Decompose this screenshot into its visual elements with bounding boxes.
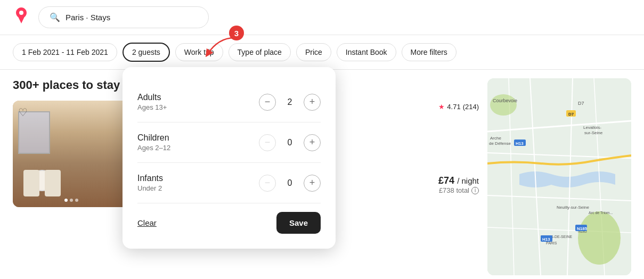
svg-text:Courbevoie: Courbevoie	[493, 98, 517, 103]
guests-filter[interactable]: 2 guests	[123, 43, 170, 62]
infants-age: Under 2	[137, 184, 163, 192]
search-bar[interactable]: 🔍	[38, 6, 209, 28]
rating-value: 4.71	[447, 103, 460, 111]
price-unit: / night	[457, 176, 479, 185]
adults-count: 2	[284, 97, 295, 107]
svg-text:H13: H13	[542, 237, 550, 242]
dot-2	[70, 199, 73, 202]
infants-label: Infants	[137, 174, 163, 183]
image-dots	[64, 199, 78, 202]
svg-text:Neuilly-sur-Seine: Neuilly-sur-Seine	[557, 205, 589, 210]
children-label: Children	[137, 133, 170, 143]
price-main: £74 / night	[438, 175, 479, 186]
more-filters-filter[interactable]: More filters	[402, 43, 456, 61]
work-trip-filter[interactable]: Work trip	[175, 43, 223, 61]
adults-increment-button[interactable]: +	[304, 94, 321, 111]
map-panel[interactable]: Courbevoie D7 Levallois- sur-Seine Arche…	[487, 78, 631, 275]
adults-decrement-button[interactable]: −	[259, 94, 276, 111]
infants-increment-button[interactable]: +	[304, 175, 321, 192]
svg-text:N185: N185	[577, 226, 588, 231]
svg-text:de Défense: de Défense	[489, 141, 511, 146]
filter-bar: 1 Feb 2021 - 11 Feb 2021 2 guests Work t…	[0, 35, 644, 70]
svg-text:sur-Seine: sur-Seine	[584, 130, 603, 135]
adults-label: Adults	[137, 93, 167, 102]
review-count: (214)	[463, 103, 479, 111]
children-counter: − 0 +	[259, 134, 321, 151]
save-button[interactable]: Save	[276, 212, 321, 234]
children-increment-button[interactable]: +	[304, 134, 321, 151]
infants-info: Infants Under 2	[137, 174, 163, 192]
star-icon: ★	[438, 103, 445, 111]
infants-count: 0	[284, 178, 295, 188]
listing-image: ♡	[13, 101, 130, 207]
svg-text:D7: D7	[568, 112, 574, 117]
svg-text:Levallois-: Levallois-	[583, 125, 601, 130]
dot-1	[64, 199, 68, 202]
guests-dropdown: Adults Ages 13+ − 2 + Children Ages 2–12…	[123, 67, 336, 249]
clear-button[interactable]: Clear	[137, 218, 157, 227]
dropdown-footer: Clear Save	[137, 212, 321, 234]
info-icon: i	[471, 187, 479, 194]
children-info: Children Ages 2–12	[137, 133, 170, 152]
svg-text:D7: D7	[578, 101, 584, 106]
total-amount: £738 total	[439, 186, 469, 194]
adults-info: Adults Ages 13+	[137, 93, 167, 111]
header: 🔍	[0, 0, 644, 35]
search-icon: 🔍	[50, 12, 60, 22]
infants-row: Infants Under 2 − 0 +	[137, 163, 321, 203]
dot-3	[75, 199, 78, 202]
children-row: Children Ages 2–12 − 0 +	[137, 122, 321, 163]
infants-decrement-button[interactable]: −	[259, 175, 276, 192]
adults-row: Adults Ages 13+ − 2 +	[137, 82, 321, 122]
adults-age: Ages 13+	[137, 103, 167, 111]
search-input[interactable]	[66, 13, 183, 22]
svg-text:Arche: Arche	[490, 136, 501, 141]
map-svg: Courbevoie D7 Levallois- sur-Seine Arche…	[487, 78, 631, 275]
instant-book-filter[interactable]: Instant Book	[337, 43, 396, 61]
price-amount: £74	[438, 175, 454, 186]
children-count: 0	[284, 138, 295, 147]
infants-counter: − 0 +	[259, 175, 321, 192]
svg-text:H13: H13	[516, 141, 524, 146]
price-total: £738 total i	[438, 186, 479, 194]
children-decrement-button[interactable]: −	[259, 134, 276, 151]
date-filter[interactable]: 1 Feb 2021 - 11 Feb 2021	[13, 43, 117, 61]
type-of-place-filter[interactable]: Type of place	[229, 43, 291, 61]
svg-text:PARIS: PARIS	[546, 241, 557, 245]
svg-point-10	[578, 211, 621, 265]
svg-text:Arc de Triom...: Arc de Triom...	[589, 211, 613, 215]
airbnb-logo[interactable]	[13, 7, 30, 28]
adults-counter: − 2 +	[259, 94, 321, 111]
svg-point-11	[490, 94, 517, 116]
listing-price: £74 / night £738 total i	[438, 175, 479, 194]
favorite-button[interactable]: ♡	[18, 106, 28, 119]
price-filter[interactable]: Price	[296, 43, 331, 61]
listing-rating: ★ 4.71 (214)	[438, 103, 479, 111]
children-age: Ages 2–12	[137, 144, 170, 152]
